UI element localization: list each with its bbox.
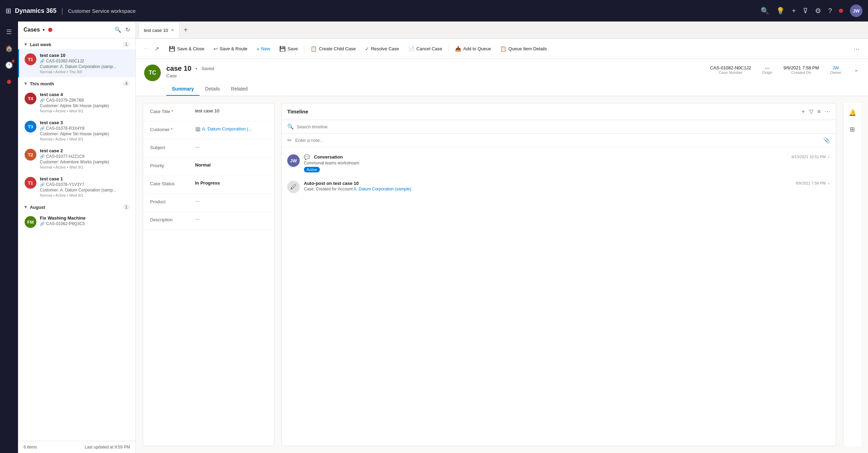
save-close-button[interactable]: 💾 Save & Close [165,43,209,54]
timeline-item-autopost: 🖊 Auto-post on test case 10 Case: Create… [282,177,836,197]
plus-icon[interactable]: + [792,7,796,15]
app-logo: ⊞ Dynamics 365 | Customer Service worksp… [6,7,135,15]
save-route-button[interactable]: ↩ Save & Route [209,43,252,54]
form-value-priority: Normal [195,162,267,168]
case-name: Fix Washing Machine [40,215,130,221]
section-title: Last week [30,42,51,47]
autopost-link[interactable]: A. Datum Corporation (sample). [353,187,412,191]
case-meta: Normal • Active • Wed 9/1 [40,165,130,169]
case-body: Case Title test case 10 Customer 🏢 A. Da… [136,96,868,453]
expand-icon[interactable]: ⌄ [852,65,860,74]
tab-close-icon[interactable]: ✕ [171,28,174,33]
form-value-title: test case 10 [195,108,267,113]
expand-chevron[interactable]: ⌄ [827,181,830,185]
create-child-case-button[interactable]: 📋 Create Child Case [306,43,360,54]
timeline-note: ✏ 📎 [282,134,836,147]
right-panel-notifications-icon[interactable]: 🔔 [845,106,859,120]
section-count: 1 [123,204,130,210]
recent-icon[interactable]: 🕐 [1,58,17,73]
section-chevron: ▼ [24,81,28,86]
case-customer: Customer: A. Datum Corporation (samp... [40,64,130,69]
sidebar-header-actions: 🔍 ↻ [114,26,130,33]
search-icon[interactable]: 🔍 [761,7,769,15]
case-item-tc2[interactable]: T2 test case 2 🔗 CAS-01077-H2Z1C9 Custom… [18,145,135,173]
case-header-tabs: Summary Details Related [166,83,704,96]
form-label-subject: Subject [150,144,195,150]
settings-icon[interactable]: ⚙ [815,7,821,15]
tab-related[interactable]: Related [226,83,253,96]
timeline-items: JW 💬 Conversation 9/13/2021 10:51 PM ⌄ C [282,147,836,446]
timeline-more-icon[interactable]: ⋯ [825,108,830,115]
case-info: test case 3 🔗 CAS-01078-R3X4Y8 Customer:… [40,120,130,141]
sidebar-header: Cases ▾ 🔍 ↻ [18,22,135,38]
case-item-fw[interactable]: FM Fix Washing Machine 🔗 CAS-01062-P8Q3C… [18,212,135,231]
tab-summary[interactable]: Summary [166,83,200,96]
attachment-icon[interactable]: 📎 [823,137,830,144]
tab-case-10[interactable]: test case 10 ✕ [139,23,179,38]
sidebar-search-icon[interactable]: 🔍 [114,26,121,33]
customer-icon: 🏢 [195,126,201,131]
timeline-actions: + ▽ ≡ ⋯ [801,108,830,115]
user-avatar[interactable]: JW [850,5,862,17]
toolbar-more-button[interactable]: ⋯ [851,43,862,55]
forward-button[interactable]: ↗ [152,43,161,54]
conversation-subtitle: Communal teams workstream [304,161,830,165]
autopost-title: Auto-post on test case 10 [304,181,793,186]
active-badge: Active [304,167,320,172]
status-dot [839,9,843,13]
save-button[interactable]: 💾 Save [275,43,302,54]
dropdown-arrow[interactable]: ▾ [43,27,45,32]
timeline-search-input[interactable] [297,124,830,129]
home-icon[interactable]: 🏠 [1,41,17,56]
filter-icon[interactable]: ⊽ [803,7,808,15]
tab-details[interactable]: Details [200,83,226,96]
case-name: test case 4 [40,92,130,97]
tab-add-button[interactable]: + [181,26,191,34]
section-count: 1 [123,42,130,47]
timeline-note-input[interactable] [295,138,820,143]
conversation-time: 9/13/2021 10:51 PM ⌄ [791,154,830,159]
toolbar: ← ↗ 💾 Save & Close ↩ Save & Route + New … [136,39,868,59]
saved-badge: Saved [201,66,214,71]
top-nav-icons: 🔍 💡 + ⊽ ⚙ ? JW [761,5,862,17]
form-value-customer[interactable]: 🏢 A. Datum Corporation (... [195,126,267,131]
case-meta: Normal • Active • Thu 9/9 [40,70,130,74]
case-number: 🔗 CAS-01062-P8Q3C5 [40,221,130,226]
section-august[interactable]: ▼ August 1 [18,201,135,212]
sidebar-refresh-icon[interactable]: ↻ [125,26,130,33]
timeline-add-icon[interactable]: + [801,109,805,115]
timeline-filter-icon[interactable]: ▽ [809,108,813,115]
save-close-label: Save & Close [177,46,204,51]
case-type: Case [166,73,704,78]
resolve-case-button[interactable]: ✓ Resolve Case [361,43,403,54]
left-sidebar: Cases ▾ 🔍 ↻ ▼ Last week 1 T1 test case 1… [18,22,136,453]
case-meta: Normal • Active • Wed 9/1 [40,109,130,113]
case-meta: Normal • Active • Wed 9/1 [40,193,130,197]
add-to-queue-button[interactable]: 📥 Add to Queue [451,43,495,54]
right-panel-grid-icon[interactable]: ⊞ [845,122,859,136]
content-area: TC case 10 • Saved Case Summary Details … [136,59,868,453]
case-item-tc10[interactable]: T1 test case 10 🔗 CAS-01082-N0C1J2 Custo… [18,49,135,77]
section-count: 4 [123,81,130,86]
cancel-case-button[interactable]: 📄 Cancel Case [404,43,446,54]
workspace-name: Customer Service workspace [68,8,135,14]
timeline-list-icon[interactable]: ≡ [817,109,821,115]
case-item-tc3[interactable]: T3 test case 3 🔗 CAS-01078-R3X4Y8 Custom… [18,117,135,145]
grid-icon[interactable]: ⊞ [6,7,11,15]
case-item-tc1[interactable]: T1 test case 1 🔗 CAS-01076-Y1V3Y7 Custom… [18,173,135,201]
new-button[interactable]: + New [252,43,274,54]
case-number-label: Case Number [710,70,751,75]
cases-dot-icon[interactable] [1,74,17,89]
case-item-tc4[interactable]: T4 test case 4 🔗 CAS-01079-Z8K7B8 Custom… [18,88,135,117]
sidebar-case-list: ▼ Last week 1 T1 test case 10 🔗 CAS-0108… [18,38,135,441]
back-button[interactable]: ← [141,43,151,54]
queue-item-details-button[interactable]: 📋 Queue Item Details [496,43,551,54]
section-this-month[interactable]: ▼ This month 4 [18,77,135,88]
help-icon[interactable]: ? [828,7,832,15]
form-row-priority: Priority Normal [143,157,274,176]
owner-value[interactable]: JW [830,65,841,70]
expand-chevron[interactable]: ⌄ [827,154,830,159]
section-last-week[interactable]: ▼ Last week 1 [18,38,135,49]
hamburger-icon[interactable]: ☰ [1,24,17,40]
lightbulb-icon[interactable]: 💡 [776,7,785,15]
